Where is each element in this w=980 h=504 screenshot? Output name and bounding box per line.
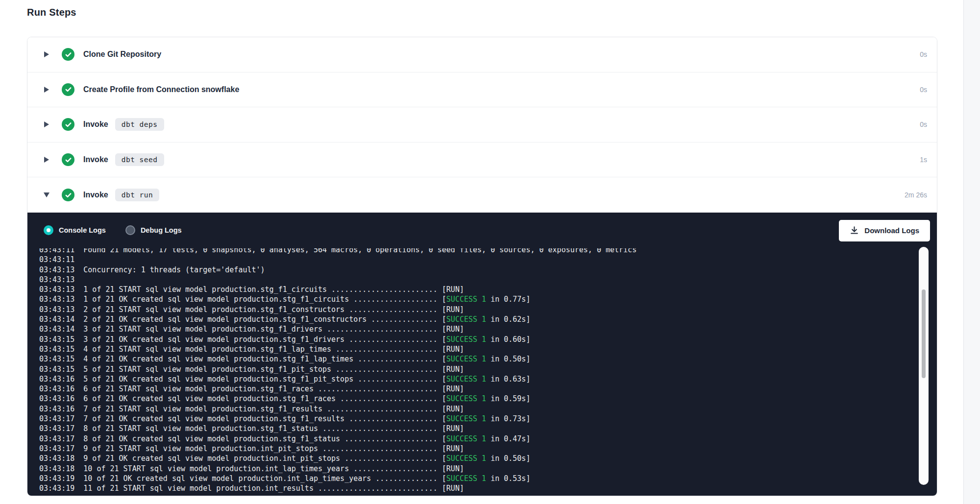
radio-selected-icon[interactable] [44,225,53,235]
log-message: 8 of 21 START sql view model production.… [74,424,442,433]
log-message: 5 of 21 START sql view model production.… [74,365,442,374]
log-timestamp: 03:43:14 [39,315,74,324]
log-line: 03:43:17 9 of 21 START sql view model pr… [39,444,909,454]
download-logs-button[interactable]: Download Logs [839,220,930,241]
log-success-text: SUCCESS 1 [446,474,486,483]
log-timestamp: 03:43:13 [39,265,74,274]
log-message: 6 of 21 START sql view model production.… [74,384,442,393]
log-line: 03:43:18 10 of 21 START sql view model p… [39,464,909,474]
log-line: 03:43:16 6 of 21 START sql view model pr… [39,384,909,394]
step-row[interactable]: Invokedbt seed1s [27,143,937,178]
log-line: 03:43:17 7 of 21 OK created sql view mod… [39,414,909,424]
success-check-icon [62,118,74,131]
log-message: Concurrency: 1 threads (target='default'… [74,265,265,274]
log-line: 03:43:16 7 of 21 START sql view model pr… [39,404,909,414]
step-duration: 0s [920,120,927,128]
log-timestamp: 03:43:18 [39,454,74,463]
log-message: 5 of 21 OK created sql view model produc… [74,375,442,384]
caret-right-icon[interactable] [43,157,50,163]
log-message: 2 of 21 OK created sql view model produc… [74,315,442,324]
log-message: 1 of 21 OK created sql view model produc… [74,295,442,304]
log-timestamp: 03:43:15 [39,355,74,363]
step-row[interactable]: Invokedbt run2m 26s [27,177,937,213]
log-success-text: SUCCESS 1 [446,434,486,443]
log-scrollbar-track[interactable] [919,247,929,485]
console-header: Console Logs Debug Logs Download Logs [27,213,937,248]
caret-right-icon[interactable] [43,51,50,57]
log-message: 4 of 21 OK created sql view model produc… [74,355,442,363]
step-command-badge: dbt seed [115,153,164,166]
log-timestamp: 03:43:13 [39,295,74,304]
log-message: 11 of 21 START sql view model production… [74,484,442,493]
console-log-viewport[interactable]: 03:43:11 Found 21 models, 17 tests, 0 sn… [39,248,909,494]
log-success-text: SUCCESS 1 [446,315,486,324]
log-success-text: SUCCESS 1 [446,454,486,463]
log-line: 03:43:14 2 of 21 OK created sql view mod… [39,314,909,324]
log-line: 03:43:13 1 of 21 START sql view model pr… [39,285,909,294]
log-line: 03:43:19 10 of 21 OK created sql view mo… [39,474,909,483]
run-steps-list: Clone Git Repository0sCreate Profile fro… [27,37,937,213]
debug-logs-radio[interactable]: Debug Logs [125,225,182,235]
success-check-icon [62,83,74,96]
step-row[interactable]: Create Profile from Connection snowflake… [27,72,937,108]
console-panel: Console Logs Debug Logs Download Logs 03… [27,213,937,496]
log-message: 9 of 21 START sql view model production.… [74,444,442,453]
log-message: 6 of 21 OK created sql view model produc… [74,394,442,403]
log-timestamp: 03:43:17 [39,424,74,433]
step-row[interactable]: Clone Git Repository0s [27,37,937,72]
step-label: Invoke [83,155,108,164]
download-logs-label: Download Logs [864,226,919,235]
log-success-text: SUCCESS 1 [446,335,486,344]
log-line: 03:43:18 9 of 21 OK created sql view mod… [39,454,909,463]
log-message: 9 of 21 OK created sql view model produc… [74,454,442,463]
log-timestamp: 03:43:17 [39,434,74,443]
radio-unselected-icon[interactable] [125,225,135,235]
log-message: 3 of 21 OK created sql view model produc… [74,335,442,344]
log-line: 03:43:13 [39,275,909,285]
caret-right-icon[interactable] [43,121,50,127]
log-message: 4 of 21 START sql view model production.… [74,345,442,354]
console-logs-radio[interactable]: Console Logs [44,225,106,235]
caret-down-icon[interactable] [43,192,50,197]
step-duration: 0s [920,86,927,94]
step-row[interactable]: Invokedbt deps0s [27,107,937,143]
log-message: 3 of 21 START sql view model production.… [74,325,442,334]
download-icon [850,226,859,235]
step-label: Invoke [83,120,108,129]
step-duration: 0s [920,50,927,58]
log-line: 03:43:13 2 of 21 START sql view model pr… [39,305,909,314]
log-success-text: SUCCESS 1 [446,375,486,384]
log-message [74,255,83,264]
log-timestamp: 03:43:16 [39,394,74,403]
step-label: Clone Git Repository [83,50,161,59]
log-timestamp: 03:43:11 [39,248,74,254]
step-command-badge: dbt run [115,189,160,201]
log-timestamp: 03:43:14 [39,325,74,334]
log-timestamp: 03:43:18 [39,464,74,473]
caret-right-icon[interactable] [43,87,50,93]
log-scrollbar-thumb[interactable] [922,289,926,378]
log-timestamp: 03:43:13 [39,285,74,294]
log-message: 7 of 21 START sql view model production.… [74,405,442,413]
log-message: 10 of 21 START sql view model production… [74,464,442,473]
log-timestamp: 03:43:19 [39,484,74,493]
success-check-icon [62,153,74,166]
log-message: Found 21 models, 17 tests, 0 snapshots, … [74,248,637,254]
log-timestamp: 03:43:19 [39,474,74,483]
log-success-text: SUCCESS 1 [446,394,486,403]
log-timestamp: 03:43:16 [39,384,74,393]
log-message [74,275,83,284]
page-right-gutter [963,0,980,504]
success-check-icon [62,189,74,201]
log-timestamp: 03:43:13 [39,275,74,284]
log-line: 03:43:16 5 of 21 OK created sql view mod… [39,374,909,384]
log-line: 03:43:15 4 of 21 OK created sql view mod… [39,354,909,364]
log-line: 03:43:15 3 of 21 OK created sql view mod… [39,335,909,344]
log-line: 03:43:11 [39,255,909,264]
page-title: Run Steps [27,7,76,18]
log-timestamp: 03:43:11 [39,255,74,264]
log-line: 03:43:15 5 of 21 START sql view model pr… [39,364,909,374]
log-line: 03:43:13 Concurrency: 1 threads (target=… [39,265,909,275]
log-timestamp: 03:43:16 [39,375,74,384]
log-line: 03:43:13 1 of 21 OK created sql view mod… [39,294,909,304]
